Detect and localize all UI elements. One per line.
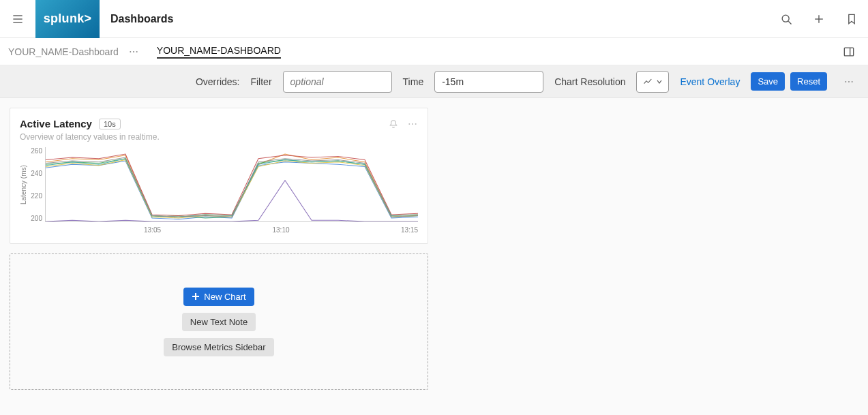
overrides-label: Overrides:: [196, 76, 240, 87]
y-axis-ticks: 260 240 220 200: [27, 147, 45, 222]
line-chart: [46, 147, 418, 221]
overrides-toolbar: Overrides: Filter Time Chart Resolution …: [0, 65, 868, 98]
card-actions: [388, 119, 418, 129]
logo[interactable]: splunk>: [35, 0, 100, 38]
save-button[interactable]: Save: [751, 72, 785, 91]
plus-icon: [192, 292, 200, 301]
menu-button[interactable]: [0, 0, 35, 38]
ellipsis-icon[interactable]: [407, 119, 418, 129]
time-input[interactable]: [434, 71, 543, 93]
chevron-down-icon: [656, 78, 663, 85]
time-label: Time: [403, 76, 424, 87]
card-subtitle: Overview of latency values in realtime.: [20, 132, 418, 142]
hamburger-icon: [11, 12, 25, 26]
svg-point-9: [136, 51, 138, 52]
chart-icon: [642, 76, 653, 87]
xtick: 13:05: [144, 226, 161, 234]
side-panel-toggle[interactable]: [838, 45, 860, 59]
breadcrumb-root[interactable]: YOUR_NAME-Dashboard: [8, 46, 119, 57]
save-reset-group: Save Reset: [751, 72, 827, 91]
svg-point-7: [130, 51, 131, 52]
plot-area: [45, 147, 418, 222]
ellipsis-icon: [843, 76, 854, 87]
svg-point-12: [845, 81, 846, 82]
bookmark-icon: [845, 12, 858, 26]
content-area: Active Latency 10s Overview of latency v…: [0, 98, 868, 399]
toolbar-more[interactable]: [838, 76, 860, 87]
svg-point-13: [848, 81, 850, 82]
svg-point-15: [408, 123, 410, 125]
breadcrumb-actions[interactable]: [124, 46, 143, 57]
card-header: Active Latency 10s: [20, 118, 418, 129]
resolution-label: Chart Resolution: [554, 76, 625, 87]
new-widget-placeholder: New Chart New Text Note Browse Metrics S…: [10, 253, 428, 390]
svg-point-14: [852, 81, 853, 82]
new-chart-label: New Chart: [204, 292, 245, 302]
card-title: Active Latency: [20, 118, 92, 129]
svg-rect-10: [844, 48, 853, 56]
filter-label: Filter: [250, 76, 271, 87]
ytick: 240: [31, 170, 42, 177]
browse-metrics-button[interactable]: Browse Metrics Sidebar: [164, 338, 273, 356]
x-axis-ticks: 13:05 13:10 13:15: [20, 222, 418, 234]
breadcrumb-current: YOUR_NAME-DASHBOARD: [157, 45, 281, 59]
ytick: 200: [31, 215, 42, 222]
ellipsis-icon: [128, 46, 139, 57]
breadcrumb-bar: YOUR_NAME-Dashboard YOUR_NAME-DASHBOARD: [0, 38, 868, 65]
plus-icon: [812, 12, 826, 26]
chart-body: Latency (ms) 260 240 220 200: [20, 147, 418, 222]
panel-icon: [842, 45, 856, 59]
bookmark-button[interactable]: [835, 0, 868, 38]
bell-icon[interactable]: [388, 119, 399, 129]
page-title: Dashboards: [110, 13, 173, 25]
svg-point-16: [412, 123, 413, 125]
new-chart-button[interactable]: New Chart: [183, 288, 254, 306]
interval-badge: 10s: [99, 119, 121, 129]
app-header: splunk> Dashboards: [0, 0, 868, 38]
reset-button[interactable]: Reset: [790, 72, 827, 91]
event-overlay-link[interactable]: Event Overlay: [680, 76, 740, 87]
xtick: 13:10: [272, 226, 289, 234]
svg-point-3: [782, 15, 789, 22]
ytick: 220: [31, 192, 42, 200]
add-button[interactable]: [803, 0, 835, 38]
svg-point-8: [133, 51, 134, 52]
y-axis-label: Latency (ms): [20, 147, 27, 222]
search-button[interactable]: [770, 0, 803, 38]
new-text-note-button[interactable]: New Text Note: [182, 313, 256, 331]
svg-point-17: [415, 123, 417, 125]
svg-line-4: [788, 21, 791, 24]
filter-input[interactable]: [283, 71, 392, 93]
resolution-picker[interactable]: [636, 71, 669, 93]
chart-card[interactable]: Active Latency 10s Overview of latency v…: [10, 108, 428, 244]
logo-text: splunk>: [44, 12, 92, 26]
search-icon: [779, 12, 793, 26]
ytick: 260: [31, 147, 42, 155]
xtick: 13:15: [401, 226, 418, 234]
